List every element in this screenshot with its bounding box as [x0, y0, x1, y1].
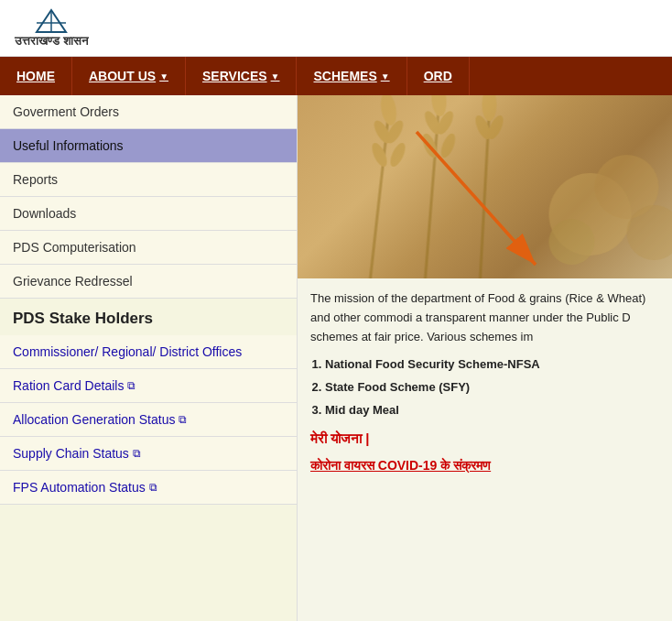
banner-image [298, 95, 672, 278]
external-link-icon-supply: ⧉ [133, 447, 141, 460]
sidebar-item-reports[interactable]: Reports [0, 163, 297, 197]
logo-icon [35, 8, 68, 34]
services-arrow: ▼ [271, 71, 280, 82]
header: उत्तराखण्ड शासन [0, 0, 672, 57]
nav-ord[interactable]: ORD [407, 57, 470, 95]
svg-point-4 [378, 95, 398, 126]
svg-point-16 [482, 95, 497, 121]
external-link-icon-allocation: ⧉ [179, 413, 187, 426]
nav-home[interactable]: HOME [0, 57, 72, 95]
external-link-icon-fps: ⧉ [149, 481, 157, 494]
content-area: The mission of the department of Food & … [298, 95, 672, 621]
nav-schemes[interactable]: SCHEMES ▼ [297, 57, 406, 95]
mission-paragraph: The mission of the department of Food & … [310, 289, 659, 346]
pds-stakeholders-header: PDS Stake Holders [0, 299, 297, 335]
sidebar-item-government-orders[interactable]: Goverment Orders [0, 95, 297, 129]
sidebar-item-pds-computerisation[interactable]: PDS Computerisation [0, 231, 297, 265]
sidebar-item-fps-automation[interactable]: FPS Automation Status ⧉ [0, 471, 297, 505]
sidebar-item-supply-chain[interactable]: Supply Chain Status ⧉ [0, 437, 297, 471]
logo-area: उत्तराखण्ड शासन [15, 8, 88, 49]
about-us-arrow: ▼ [159, 71, 168, 82]
schemes-arrow: ▼ [381, 71, 390, 82]
scheme-2: State Food Scheme (SFY) [325, 378, 659, 398]
sidebar-item-useful-informations[interactable]: Useful Informations [0, 129, 297, 163]
nav-services[interactable]: SERVICES ▼ [186, 57, 297, 95]
navbar: HOME ABOUT US ▼ SERVICES ▼ SCHEMES ▼ ORD [0, 57, 672, 95]
external-link-icon-ration: ⧉ [127, 379, 135, 392]
nav-about-us[interactable]: ABOUT US ▼ [72, 57, 186, 95]
content-text-area: The mission of the department of Food & … [298, 278, 672, 486]
scheme-1: National Food Security Scheme-NFSA [325, 355, 659, 375]
sidebar-item-grievance[interactable]: Grievance Redressel [0, 265, 297, 299]
corona-text: कोरोना वायरस COVID-19 के संक्रमण [310, 455, 659, 475]
main-layout: Goverment Orders Useful Informations Rep… [0, 95, 672, 621]
svg-point-10 [430, 95, 448, 117]
sidebar: Goverment Orders Useful Informations Rep… [0, 95, 298, 621]
sidebar-item-allocation-generation[interactable]: Allocation Generation Status ⧉ [0, 403, 297, 437]
svg-line-24 [417, 132, 536, 265]
sidebar-item-downloads[interactable]: Downloads [0, 197, 297, 231]
meri-yojana-text: मेरी योजना | [310, 428, 659, 450]
orange-arrow [389, 123, 572, 278]
svg-point-7 [369, 141, 390, 169]
sidebar-item-ration-card[interactable]: Ration Card Details ⧉ [0, 369, 297, 403]
sidebar-item-commissioner[interactable]: Commissioner/ Regional/ District Offices [0, 335, 297, 369]
scheme-3: Mid day Meal [325, 401, 659, 420]
logo-text: उत्तराखण्ड शासन [15, 34, 88, 49]
schemes-list: National Food Security Scheme-NFSA State… [325, 355, 659, 419]
